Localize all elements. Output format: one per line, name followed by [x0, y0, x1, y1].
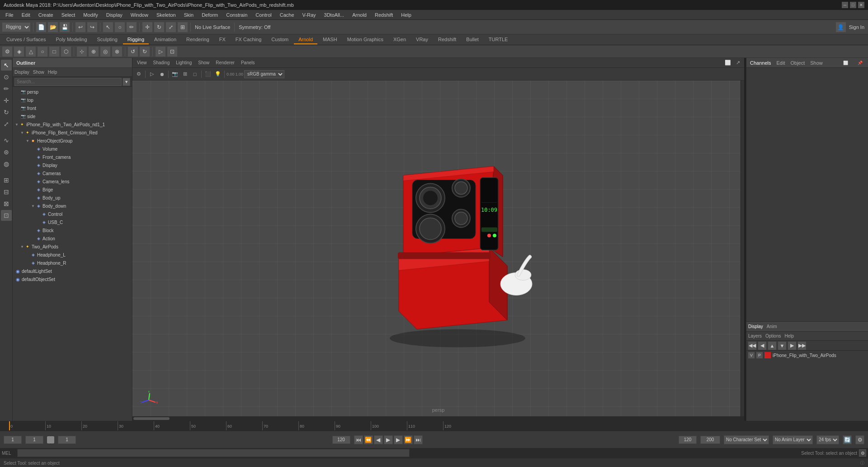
undo-btn[interactable]: ↩ [75, 22, 86, 33]
tab-custom[interactable]: Custom [267, 35, 293, 44]
tree-item-brige[interactable]: ◈ Brige [13, 186, 132, 194]
tab-fx[interactable]: FX [215, 35, 230, 44]
tree-item-top[interactable]: 📷 top [13, 96, 132, 104]
transform-btn[interactable]: ⊞ [177, 22, 188, 33]
new-scene-btn[interactable]: 📄 [36, 22, 47, 33]
vp-menu-panels[interactable]: Panels [238, 59, 258, 66]
rp-pin-btn[interactable]: 📌 [855, 58, 864, 67]
vp-tb-light[interactable]: 💡 [213, 70, 222, 79]
tab-motion-graphics[interactable]: Motion Graphics [343, 35, 388, 44]
vp-tb-camera[interactable]: 📷 [170, 70, 179, 79]
tree-item-object-set[interactable]: ◉ defaultObjectSet [13, 275, 132, 283]
curve-icon-btn[interactable]: ∿ [1, 135, 12, 146]
viewport-scrollbar-thumb[interactable] [133, 417, 170, 420]
tree-item-body-down[interactable]: ▼ ◈ Body_down [13, 202, 132, 210]
rp-tab-show[interactable]: Show [810, 60, 823, 66]
tree-item-control[interactable]: ◈ Control [13, 210, 132, 218]
vp-tb-grid[interactable]: ⊞ [180, 70, 189, 79]
mel-input[interactable] [17, 449, 410, 457]
tb2-btn4[interactable]: ○ [37, 46, 48, 57]
vp-tb-playblast[interactable]: ⏺ [157, 70, 166, 79]
paint-icon-btn[interactable]: ✏ [1, 83, 12, 94]
tb2-snap4[interactable]: ⊗ [112, 46, 123, 57]
menu-skin[interactable]: Skin [180, 11, 197, 19]
tb2-btn1[interactable]: ⚙ [2, 46, 13, 57]
tree-item-two-airpods[interactable]: ▼ ✦ Two_AirPods [13, 243, 132, 251]
sign-in-label[interactable]: Sign In [847, 24, 866, 30]
tree-item-headphone-l[interactable]: ◈ Headphone_L [13, 251, 132, 259]
mel-settings-btn[interactable]: ⚙ [859, 449, 866, 457]
sign-in-btn[interactable]: 👤 [835, 22, 846, 33]
tree-item-volume[interactable]: ◈ Volume [13, 145, 132, 153]
character-set-select[interactable]: No Character Set [724, 435, 769, 444]
rp-tab-edit[interactable]: Edit [776, 60, 785, 66]
tb2-snap1[interactable]: ⊹ [76, 46, 87, 57]
rp-bottom-tab-anim[interactable]: Anim [767, 324, 777, 329]
tree-item-action[interactable]: ◈ Action [13, 234, 132, 243]
move-btn[interactable]: ✛ [142, 22, 153, 33]
tab-xgen[interactable]: XGen [389, 35, 410, 44]
tab-rendering[interactable]: Rendering [182, 35, 214, 44]
frame-range-input[interactable] [679, 436, 697, 444]
menu-window[interactable]: Window [127, 11, 152, 19]
tab-redshift[interactable]: Redshift [434, 35, 461, 44]
tree-item-front-camera[interactable]: ◈ Front_camera [13, 153, 132, 161]
tree-item-hero-group[interactable]: ▼ ■ HeroObjectGroup [13, 137, 132, 145]
tb2-snap2[interactable]: ⊕ [88, 46, 99, 57]
tab-poly-modeling[interactable]: Poly Modeling [51, 35, 91, 44]
select-icon-btn[interactable]: ↖ [1, 60, 12, 71]
tree-item-side[interactable]: 📷 side [13, 112, 132, 120]
menu-create[interactable]: Create [35, 11, 57, 19]
tb2-btn2[interactable]: ◈ [14, 46, 24, 57]
tab-sculpting[interactable]: Sculpting [93, 35, 122, 44]
layer-ctrl-next[interactable]: ▶ [788, 342, 796, 350]
select-tool-btn[interactable]: ↖ [103, 22, 113, 33]
vp-menu-show[interactable]: Show [195, 59, 212, 66]
transport-prev-btn[interactable]: ◀ [374, 435, 383, 444]
rp-expand-btn[interactable]: ⬜ [841, 58, 850, 67]
vp-tb-render-btn[interactable]: ▷ [147, 70, 156, 79]
vp-tb-btn1[interactable]: ⚙ [134, 70, 143, 79]
transport-next-btn[interactable]: ▶ [394, 435, 403, 444]
menu-arnold[interactable]: Arnold [349, 11, 370, 19]
tree-item-usb-c[interactable]: ◈ USB_C [13, 218, 132, 226]
settings-btn[interactable]: ⚙ [855, 435, 864, 444]
tree-item-display[interactable]: ◈ Display [13, 161, 132, 169]
menu-cache[interactable]: Cache [276, 11, 298, 19]
minimize-button[interactable]: ─ [842, 2, 848, 8]
viewport-right-handle[interactable] [741, 81, 744, 416]
transport-next-key-btn[interactable]: ⏩ [404, 435, 413, 444]
tree-item-block[interactable]: ◈ Block [13, 226, 132, 234]
menu-edit[interactable]: Edit [18, 11, 34, 19]
layer-menu-layers[interactable]: Layers [748, 334, 762, 338]
menu-modify[interactable]: Modify [80, 11, 101, 19]
grid4-icon-btn[interactable]: ⊡ [1, 210, 12, 221]
range-end-input[interactable] [332, 436, 350, 444]
viewport-canvas[interactable]: 10:09 [132, 81, 744, 416]
layer-ctrl-down[interactable]: ▼ [778, 342, 786, 350]
layer-p-btn[interactable]: P [756, 352, 763, 358]
tree-item-light-set[interactable]: ◉ defaultLightSet [13, 267, 132, 275]
outliner-search-options[interactable]: ▼ [123, 78, 130, 86]
vp-tb-wireframe[interactable]: □ [190, 70, 199, 79]
menu-redshift[interactable]: Redshift [371, 11, 396, 19]
menu-select[interactable]: Select [58, 11, 79, 19]
tab-curves-surfaces[interactable]: Curves / Surfaces [2, 35, 50, 44]
paint-btn[interactable]: ✏ [126, 22, 137, 33]
layer-ctrl-prev[interactable]: ◀ [758, 342, 766, 350]
fps-select[interactable]: 24 fps [816, 435, 839, 444]
vp-menu-lighting[interactable]: Lighting [173, 59, 194, 66]
tree-item-body-up[interactable]: ◈ Body_up [13, 194, 132, 202]
rp-tab-channels[interactable]: Channels [750, 60, 771, 66]
joint-icon-btn[interactable]: ⊛ [1, 147, 12, 157]
save-scene-btn[interactable]: 💾 [59, 22, 70, 33]
tb2-snap3[interactable]: ◎ [100, 46, 111, 57]
menu-skeleton[interactable]: Skeleton [153, 11, 179, 19]
menu-vray[interactable]: V-Ray [299, 11, 320, 19]
lasso-btn[interactable]: ○ [114, 22, 125, 33]
tb2-render2[interactable]: ⊡ [167, 46, 178, 57]
gamma-select[interactable]: sRGB gamma [244, 70, 284, 78]
layer-ctrl-up[interactable]: ▲ [768, 342, 776, 350]
menu-file[interactable]: File [2, 11, 17, 19]
outliner-search-input[interactable] [14, 78, 122, 86]
